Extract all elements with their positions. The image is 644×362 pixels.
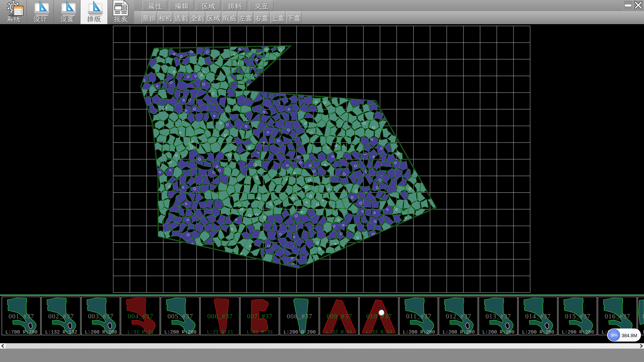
- svg-text:38%: 38%: [610, 333, 618, 337]
